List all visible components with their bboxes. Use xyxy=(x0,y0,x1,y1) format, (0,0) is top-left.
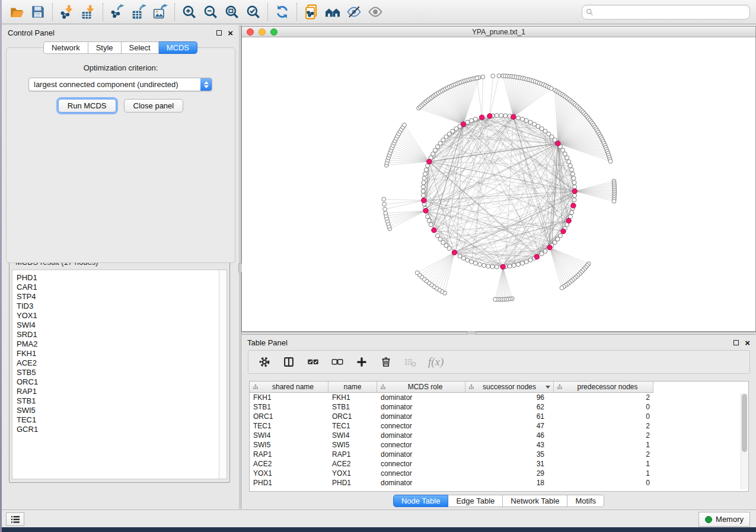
mcds-hub-node[interactable] xyxy=(500,264,505,269)
mcds-hub-node[interactable] xyxy=(461,122,465,127)
table-row[interactable]: STB1STB1dominator620 xyxy=(250,402,748,412)
float-panel-icon[interactable] xyxy=(733,340,739,345)
table-row[interactable]: RAP1RAP1dominator352 xyxy=(250,450,748,459)
search-field[interactable] xyxy=(582,5,750,20)
export-image-icon[interactable] xyxy=(151,3,169,21)
column-header-successor-nodes[interactable]: successor nodes xyxy=(465,382,554,393)
select-all-icon[interactable] xyxy=(307,355,320,368)
show-panels-button[interactable] xyxy=(6,512,24,526)
table-scrollbar-track[interactable] xyxy=(741,393,748,489)
mcds-result-list[interactable]: PHD1CAR1STP4TID3YOX1SWI4SRD1PMA2FKH1ACE2… xyxy=(12,270,227,479)
share-file-icon[interactable] xyxy=(302,3,320,21)
add-icon[interactable] xyxy=(355,355,368,368)
search-icon xyxy=(586,8,594,16)
mcds-result-item[interactable]: RAP1 xyxy=(17,387,227,396)
run-mcds-button[interactable]: Run MCDS xyxy=(58,99,116,113)
network-window-titlebar[interactable]: YPA_prune.txt_1 xyxy=(242,27,755,37)
mcds-result-item[interactable]: PMA2 xyxy=(17,339,227,349)
tab-network[interactable]: Network xyxy=(43,41,88,54)
mcds-hub-node[interactable] xyxy=(566,218,571,223)
list-scrollbar-track[interactable] xyxy=(219,270,227,479)
mcds-hub-node[interactable] xyxy=(452,250,457,255)
zoom-selected-icon[interactable] xyxy=(244,3,262,21)
float-panel-icon[interactable] xyxy=(216,30,222,36)
mcds-result-item[interactable]: PHD1 xyxy=(17,273,227,283)
mcds-hub-node[interactable] xyxy=(534,254,539,259)
tab-mcds[interactable]: MCDS xyxy=(159,41,197,54)
refresh-icon[interactable] xyxy=(273,3,291,21)
tab-motifs[interactable]: Motifs xyxy=(567,495,604,507)
mcds-hub-node[interactable] xyxy=(561,229,566,233)
criterion-select[interactable]: largest connected component (undirected) xyxy=(28,78,212,91)
mcds-result-item[interactable]: TEC1 xyxy=(17,415,227,425)
mcds-result-item[interactable]: TID3 xyxy=(17,302,227,311)
columns-view-icon[interactable] xyxy=(282,355,295,368)
export-table-icon[interactable] xyxy=(130,3,148,21)
trash-icon[interactable] xyxy=(379,355,393,368)
table-row[interactable]: SWI4SWI4dominator462 xyxy=(250,431,748,440)
mcds-result-item[interactable]: SWI5 xyxy=(17,406,227,415)
column-header-shared-name[interactable]: shared name xyxy=(250,382,328,393)
mcds-hub-node[interactable] xyxy=(427,159,432,164)
tab-edge-table[interactable]: Edge Table xyxy=(448,495,503,507)
mcds-result-item[interactable]: STP4 xyxy=(17,292,227,302)
mcds-result-item[interactable]: YOX1 xyxy=(17,311,227,321)
table-scrollbar-thumb[interactable] xyxy=(742,394,747,452)
memory-button[interactable]: Memory xyxy=(698,512,750,527)
mcds-result-item[interactable]: CAR1 xyxy=(17,283,227,292)
tab-select[interactable]: Select xyxy=(122,41,159,54)
table-row[interactable]: PHD1PHD1dominator180 xyxy=(250,478,748,488)
close-panel-icon[interactable]: × xyxy=(228,30,233,36)
mcds-result-item[interactable]: ACE2 xyxy=(17,358,227,368)
mcds-hub-node[interactable] xyxy=(556,141,560,146)
import-table-icon[interactable] xyxy=(79,3,97,21)
network-nodes[interactable] xyxy=(382,74,617,302)
column-header-MCDS-role[interactable]: MCDS role xyxy=(377,382,465,393)
houses-icon[interactable] xyxy=(324,3,342,21)
network-canvas[interactable] xyxy=(242,37,755,331)
mcds-result-item[interactable]: SRD1 xyxy=(17,330,227,339)
close-panel-button[interactable]: Close panel xyxy=(124,99,184,113)
open-folder-icon[interactable] xyxy=(8,3,25,21)
table-row[interactable]: SWI5SWI5connector431 xyxy=(250,440,748,450)
zoom-in-icon[interactable] xyxy=(180,3,198,21)
mcds-hub-node[interactable] xyxy=(511,114,516,119)
show-eye-icon[interactable] xyxy=(366,3,384,21)
sort-desc-icon xyxy=(546,386,550,389)
deselect-all-icon[interactable] xyxy=(331,355,344,368)
column-header-predecessor-nodes[interactable]: predecessor nodes xyxy=(554,382,653,393)
mcds-hub-node[interactable] xyxy=(421,198,426,203)
mcds-result-item[interactable]: ORC1 xyxy=(17,377,227,387)
table-row[interactable]: FKH1FKH1dominator962 xyxy=(250,393,748,402)
mcds-result-item[interactable]: STB5 xyxy=(17,368,227,377)
mcds-result-item[interactable]: STB1 xyxy=(17,396,227,406)
mcds-result-item[interactable]: FKH1 xyxy=(17,349,227,358)
mcds-hub-node[interactable] xyxy=(480,115,484,120)
zoom-out-icon[interactable] xyxy=(202,3,219,21)
column-header-name[interactable]: name xyxy=(328,382,377,393)
search-input[interactable] xyxy=(594,7,746,17)
mcds-hub-node[interactable] xyxy=(432,227,436,232)
mcds-result-item[interactable]: SWI4 xyxy=(17,321,227,330)
mcds-hub-node[interactable] xyxy=(571,203,576,208)
gear-icon[interactable] xyxy=(258,355,271,368)
tab-style[interactable]: Style xyxy=(88,41,122,54)
close-panel-icon[interactable]: × xyxy=(745,340,750,345)
column-type-icon xyxy=(379,383,387,390)
table-row[interactable]: ACE2ACE2connector311 xyxy=(250,459,748,469)
save-icon[interactable] xyxy=(29,3,47,21)
tab-network-table[interactable]: Network Table xyxy=(503,495,567,507)
mcds-hub-node[interactable] xyxy=(572,189,577,194)
hide-eye-icon[interactable] xyxy=(345,3,363,21)
table-row[interactable]: YOX1YOX1connector291 xyxy=(250,469,748,478)
export-network-icon[interactable] xyxy=(109,3,126,21)
mcds-hub-node[interactable] xyxy=(547,245,552,249)
mcds-hub-node[interactable] xyxy=(487,114,492,118)
table-row[interactable]: TEC1TEC1connector472 xyxy=(250,421,748,431)
mcds-result-item[interactable]: GCR1 xyxy=(17,425,227,434)
zoom-fit-icon[interactable] xyxy=(223,3,241,21)
table-row[interactable]: ORC1ORC1dominator610 xyxy=(250,412,748,421)
tab-node-table[interactable]: Node Table xyxy=(393,495,449,507)
import-network-icon[interactable] xyxy=(58,3,76,21)
mcds-hub-node[interactable] xyxy=(423,209,428,213)
